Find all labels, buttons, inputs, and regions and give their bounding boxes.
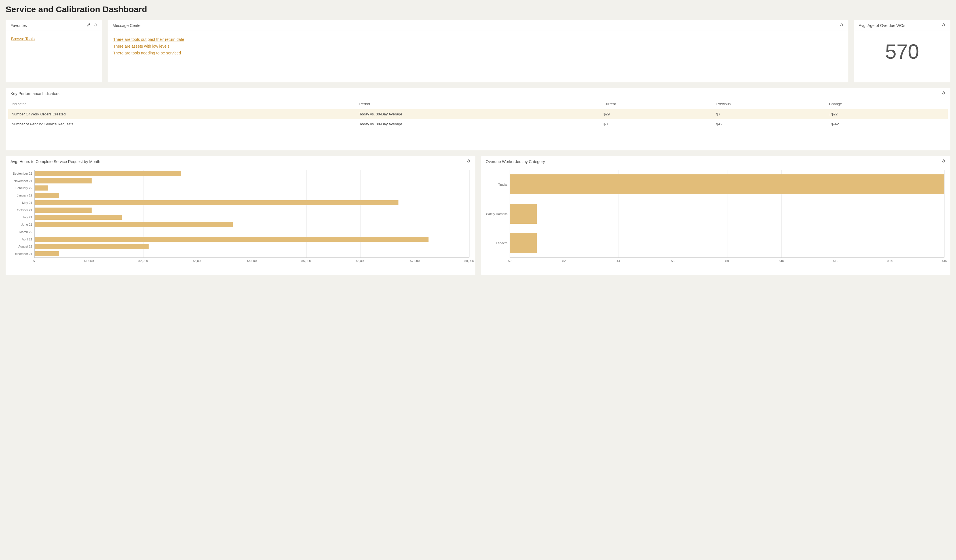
y-tick-label: February 22 — [8, 186, 35, 190]
x-tick-label: $5,000 — [302, 258, 311, 263]
kpi-cell: $29 — [600, 109, 713, 120]
x-tick-label: $2,000 — [138, 258, 148, 263]
kpi-header: Indicator — [8, 99, 356, 109]
x-tick-label: $12 — [833, 258, 838, 263]
refresh-icon[interactable] — [942, 159, 945, 164]
y-tick-label: Ladders — [483, 241, 510, 245]
kpi-change: ↑$22 — [825, 109, 948, 120]
x-tick-label: $16 — [942, 258, 947, 263]
kpi-title: Key Performance Indicators — [11, 91, 60, 96]
message-link[interactable]: There are tools needing to be serviced — [113, 51, 843, 55]
y-tick-label: Safety Harness — [483, 212, 510, 216]
kpi-cell: $0 — [600, 119, 713, 129]
y-tick-label: April 21 — [8, 238, 35, 241]
y-tick-label: January 22 — [8, 193, 35, 197]
x-tick-label: $0 — [508, 258, 511, 263]
refresh-icon[interactable] — [942, 23, 945, 28]
kpi-cell: Today vs. 30-Day Average — [356, 109, 600, 120]
kpi-cell: Number of Pending Service Requests — [8, 119, 356, 129]
kpi-row[interactable]: Number of Pending Service RequestsToday … — [8, 119, 948, 129]
kpi-header: Change — [825, 99, 948, 109]
y-tick-label: September 21 — [8, 172, 35, 175]
y-tick-label: December 21 — [8, 252, 35, 255]
panel-favorites: Favorites Browse Tools — [6, 20, 102, 82]
kpi-header: Period — [356, 99, 600, 109]
x-tick-label: $8 — [725, 258, 729, 263]
favorite-link[interactable]: Browse Tools — [11, 36, 35, 41]
x-tick-label: $6 — [671, 258, 675, 263]
chart-bar[interactable] — [35, 237, 429, 242]
kpi-table: IndicatorPeriodCurrentPreviousChangeNumb… — [8, 99, 948, 129]
refresh-icon[interactable] — [93, 23, 97, 28]
chart-bar[interactable] — [510, 175, 945, 194]
message-center-title: Message Center — [113, 23, 142, 28]
y-tick-label: August 21 — [8, 245, 35, 248]
chart-overdue-title: Overdue Workorders by Category — [486, 159, 545, 164]
x-tick-label: $7,000 — [410, 258, 420, 263]
chart-bar[interactable] — [35, 251, 59, 256]
kpi-change: ↓$-42 — [825, 119, 948, 129]
x-tick-label: $6,000 — [356, 258, 366, 263]
refresh-icon[interactable] — [840, 23, 843, 28]
avg-overdue-value: 570 — [859, 35, 945, 63]
panel-message-center: Message Center There are tools out past … — [108, 20, 848, 82]
chart-hours: $0$1,000$2,000$3,000$4,000$5,000$6,000$7… — [6, 167, 475, 269]
wrench-icon[interactable] — [86, 23, 90, 28]
favorites-title: Favorites — [11, 23, 27, 28]
chart-bar[interactable] — [35, 178, 91, 184]
x-tick-label: $8,000 — [464, 258, 474, 263]
chart-bar[interactable] — [510, 233, 537, 253]
refresh-icon[interactable] — [467, 159, 470, 164]
kpi-header: Current — [600, 99, 713, 109]
kpi-cell: $42 — [713, 119, 826, 129]
message-link[interactable]: There are tools out past their return da… — [113, 37, 843, 42]
kpi-cell: Number Of Work Orders Created — [8, 109, 356, 120]
message-link[interactable]: There are assets with low levels — [113, 44, 843, 49]
x-tick-label: $0 — [33, 258, 36, 263]
panel-chart-overdue: Overdue Workorders by Category $0$2$4$6$… — [481, 156, 951, 275]
chart-bar[interactable] — [35, 215, 122, 220]
chart-bar[interactable] — [510, 204, 537, 224]
x-tick-label: $4 — [617, 258, 620, 263]
chart-bar[interactable] — [35, 222, 233, 227]
kpi-header: Previous — [713, 99, 826, 109]
chart-bar[interactable] — [35, 186, 48, 190]
panel-kpi: Key Performance Indicators IndicatorPeri… — [6, 88, 950, 150]
chart-bar[interactable] — [35, 193, 59, 198]
y-tick-label: May 21 — [8, 201, 35, 204]
y-tick-label: October 21 — [8, 208, 35, 212]
page-title: Service and Calibration Dashboard — [6, 5, 950, 14]
y-tick-label: Trucks — [483, 183, 510, 186]
x-tick-label: $3,000 — [193, 258, 203, 263]
chart-hours-title: Avg. Hours to Complete Service Request b… — [11, 159, 100, 164]
x-tick-label: $2 — [562, 258, 566, 263]
panel-avg-overdue: Avg. Age of Overdue WOs 570 — [854, 20, 950, 82]
chart-bar[interactable] — [35, 200, 398, 205]
y-tick-label: July 21 — [8, 216, 35, 219]
x-tick-label: $14 — [887, 258, 893, 263]
y-tick-label: June 21 — [8, 223, 35, 226]
x-tick-label: $1,000 — [84, 258, 94, 263]
y-tick-label: March 22 — [8, 230, 35, 234]
refresh-icon[interactable] — [942, 91, 945, 96]
kpi-cell: $7 — [713, 109, 826, 120]
y-tick-label: November 21 — [8, 179, 35, 182]
kpi-row[interactable]: Number Of Work Orders CreatedToday vs. 3… — [8, 109, 948, 120]
chart-overdue: $0$2$4$6$8$10$12$14$16TrucksSafety Harne… — [481, 167, 950, 269]
x-tick-label: $10 — [779, 258, 784, 263]
chart-bar[interactable] — [35, 244, 149, 249]
chart-bar[interactable] — [35, 208, 91, 213]
x-tick-label: $4,000 — [247, 258, 257, 263]
panel-chart-hours: Avg. Hours to Complete Service Request b… — [6, 156, 475, 275]
kpi-cell: Today vs. 30-Day Average — [356, 119, 600, 129]
avg-overdue-title: Avg. Age of Overdue WOs — [859, 23, 905, 28]
chart-bar[interactable] — [35, 171, 181, 176]
